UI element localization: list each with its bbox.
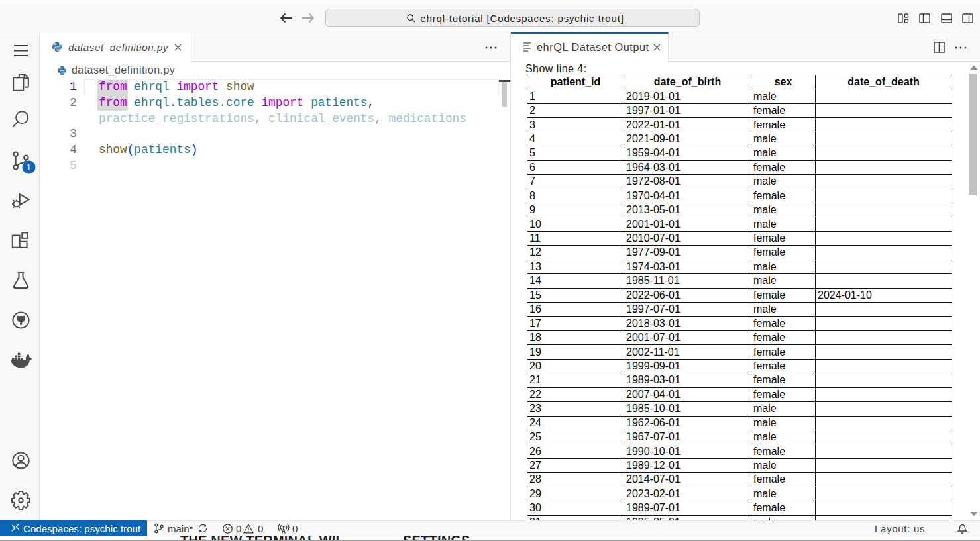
svg-text:1: 1 — [27, 163, 31, 172]
